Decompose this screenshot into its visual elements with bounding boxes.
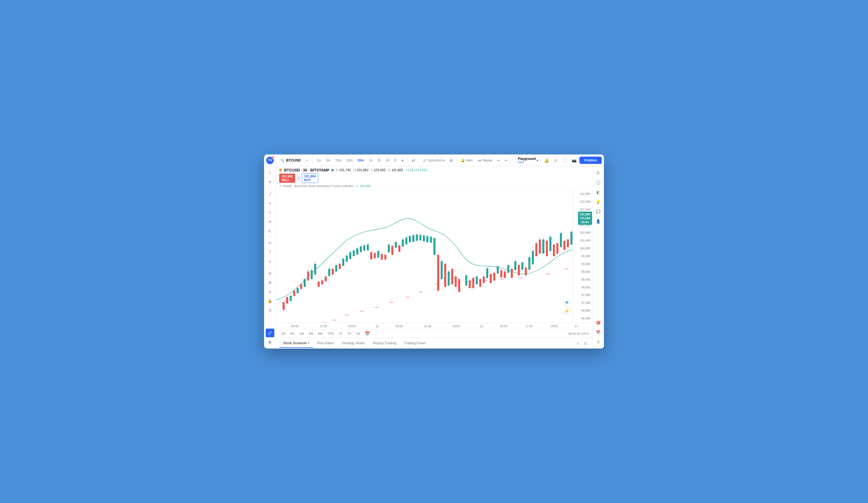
range-5d[interactable]: 5D [288,331,297,336]
undo-button[interactable]: ↩ [496,157,502,164]
range-1d[interactable]: 1D [279,331,288,336]
fullscreen-icon[interactable]: ⛶ [561,157,569,164]
lt-divider-3 [267,267,273,268]
lock-tool[interactable]: 🔒 [266,296,274,305]
target-button[interactable]: 🎯 [594,318,602,327]
eraser-tool[interactable]: ⊘ [266,269,274,277]
tab-controls: ∧ ⊡ [575,340,589,347]
calendar-range-icon[interactable]: 📅 [365,331,370,336]
templates-button[interactable]: ⊞ [448,157,454,164]
add-symbol-button[interactable]: + [304,157,310,164]
playground-button[interactable]: Playground Save ▾ [510,155,541,165]
price-102400: 102,400 [575,200,590,203]
price-99600: 99,600 [575,254,590,258]
buy-badge: 101,864 BUY [302,173,318,183]
price-axis: 102,800 102,400 102,000 101,600 101,200 … [573,189,592,323]
scroll-up-button[interactable]: ⊕ [563,298,570,306]
tf-30m[interactable]: 30m [355,158,366,163]
timeframe-dropdown[interactable]: ▾ [400,157,406,164]
tf-20m[interactable]: 20m [344,158,354,163]
price-100400: 100,400 [575,239,590,242]
zoom-tool[interactable]: ⊕ [266,278,274,287]
eye-tool[interactable]: ◎ [266,306,274,314]
tf-15m[interactable]: 15m [333,158,343,163]
layers-button[interactable]: ◧ [594,188,602,197]
range-all[interactable]: All [354,331,362,336]
clock-toolbar-icon[interactable]: ⊙ [552,157,559,164]
chart-header: BTCUSD · 30 · BITSTAMP O 101,745 H 101,8… [276,166,592,189]
replay-button[interactable]: ⏮ Replay [476,157,494,163]
clock-button[interactable]: 🕐 [594,178,602,187]
lt-divider-1 [267,188,273,188]
person-button[interactable]: 👤 [594,217,602,226]
range-3m[interactable]: 3M [307,331,315,336]
btc-icon [279,169,282,171]
symbol-search[interactable]: 🔍 BTCUSD [278,157,303,163]
redo-button[interactable]: ↪ [503,157,509,164]
tab-pine-editor[interactable]: Pine Editor [313,339,338,348]
lt-divider-2 [267,237,273,237]
tab-trading-panel[interactable]: Trading Panel [400,339,429,348]
tab-strategy-tester[interactable]: Strategy Tester [338,339,369,348]
tab-stock-screener[interactable]: Stock Screener ▾ [279,339,313,348]
tradingview-logo[interactable]: TV 1 [266,157,274,164]
range-1y[interactable]: 1Y [337,331,345,336]
lightbulb-button[interactable]: 💡 [594,198,602,206]
chart-canvas[interactable]: 102,800 102,400 102,000 101,600 101,200 … [276,189,592,323]
time-1200-3: 12:00 [525,325,533,328]
expand-tab-button[interactable]: ⊡ [582,340,589,347]
date-14: 14 [575,325,578,328]
price-102800: 102,800 [575,192,590,196]
camera-icon[interactable]: 📷 [570,157,578,164]
tf-D[interactable]: D [392,158,399,163]
calendar-sidebar-button[interactable]: 📅 [594,328,602,337]
tf-1h[interactable]: 1h [367,158,374,163]
trading-window: TV 1 🔍 BTCUSD + 1m 5m 15m 20m 30m 1h 2h … [264,155,604,348]
live-dot [331,169,334,171]
alert-button[interactable]: 🔔 Alert [459,157,475,163]
playground-label: Playground [518,157,536,161]
draw-tool[interactable]: ✏ [266,239,274,247]
price-97200: 97,200 [575,301,590,304]
text-tool[interactable]: T [266,248,274,256]
range-ytd[interactable]: YTD [325,331,336,336]
angle-tool[interactable]: ∠ [266,227,274,235]
time-1800-3: 18:00 [550,325,558,328]
emoji-tool[interactable]: ☺ [266,257,274,265]
tf-1m[interactable]: 1m [314,158,323,163]
lightning-button[interactable]: ⚡ [563,307,570,315]
time-1800-1: 18:00 [348,325,356,328]
tf-2h[interactable]: 2h [375,158,383,163]
fib-tool[interactable]: ⤡ [266,208,274,217]
magnet-tool[interactable]: ⊙ [266,287,274,296]
line-tool[interactable]: ╱ [266,190,274,198]
chart-type-button[interactable]: ⇄ [410,157,416,164]
timestamp: 08:53:36 (UTC) [568,332,589,335]
measure-tool[interactable]: ≡ [266,199,274,208]
cursor-tool[interactable]: ⊹ [266,168,274,177]
tf-4h[interactable]: 4h [384,158,391,163]
trash-tool[interactable]: 🗑 [266,338,274,346]
range-5y[interactable]: 5Y [345,331,354,336]
chat-button[interactable]: 💬 [594,207,602,216]
range-6m[interactable]: 6M [316,331,325,336]
watchlist-button[interactable]: ☰ [594,168,602,177]
tab-replay-trading[interactable]: Replay Trading [369,339,400,348]
divider-3 [408,157,408,164]
time-1800-2: 18:00 [452,325,460,328]
alert-icon-btn: 🔔 [461,158,465,162]
collapse-tab-button[interactable]: ∧ [575,340,581,347]
publish-button[interactable]: Publish [579,157,602,164]
link-tool[interactable]: 🔗 [266,328,274,337]
brush-tool[interactable]: ≋ [266,217,274,226]
question-button[interactable]: ? [594,338,602,346]
indicators-button[interactable]: 📈 Indicators ▾ [421,157,447,163]
price-change: +116 (+0.11%) [406,168,427,172]
range-1m[interactable]: 1M [297,331,306,336]
collapse-indicator[interactable]: ∧ [279,184,281,188]
crosshair-tool[interactable]: ✛ [266,178,274,186]
playground-icon [513,158,517,162]
tf-5m[interactable]: 5m [324,158,332,163]
notification-bell-icon[interactable]: 🔔 [543,157,550,164]
right-sidebar: ☰ 🕐 ◧ 💡 💬 👤 🎯 📅 ? [592,166,604,348]
